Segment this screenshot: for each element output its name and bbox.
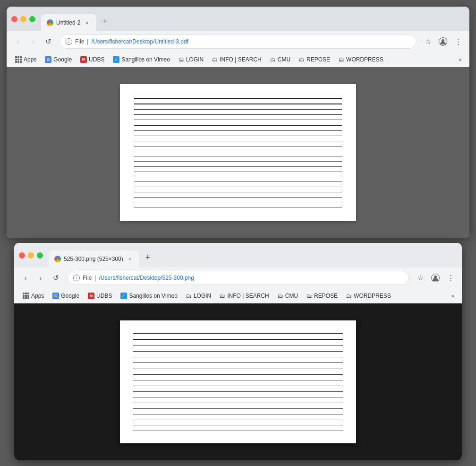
bottom-minimize-button[interactable] xyxy=(28,252,34,259)
png-line-11 xyxy=(133,391,343,392)
png-line-8 xyxy=(133,374,343,375)
top-active-tab[interactable]: Untitled-2 × xyxy=(41,14,96,31)
top-bookmark-vimeo-label: Sangillos on Vimeo xyxy=(121,56,170,63)
bottom-bookmark-vimeo[interactable]: ✓ Sangillos on Vimeo xyxy=(117,291,181,301)
top-bookmark-cmu-label: CMU xyxy=(278,56,290,63)
top-bookmark-login[interactable]: 🗂 LOGIN xyxy=(175,55,207,64)
top-bookmark-wordpress[interactable]: 🗂 WORDPRESS xyxy=(335,55,387,64)
top-toolbar: ‹ › ↺ i File | /Users/fishercat/Desktop/… xyxy=(7,31,469,52)
pdf-line-14 xyxy=(134,166,342,167)
pdf-line-21 xyxy=(134,202,342,202)
bottom-bookmark-apps-label: Apps xyxy=(31,293,44,299)
bottom-bookmark-login[interactable]: 🗂 LOGIN xyxy=(182,291,215,301)
png-line-3 xyxy=(133,345,343,346)
bottom-bookmark-cmu-label: CMU xyxy=(285,293,298,299)
top-address-file: File xyxy=(75,38,84,45)
png-line-10 xyxy=(133,386,343,386)
top-star-button[interactable]: ☆ xyxy=(421,35,434,48)
top-bookmark-repose[interactable]: 🗂 REPOSE xyxy=(295,55,334,64)
top-minimize-button[interactable] xyxy=(20,16,26,22)
bottom-account-button[interactable] xyxy=(429,271,442,285)
top-back-button[interactable]: ‹ xyxy=(11,35,25,48)
bottom-back-button[interactable]: ‹ xyxy=(19,271,32,285)
pdf-line-7 xyxy=(134,130,342,131)
bottom-window-controls xyxy=(19,252,43,259)
bottom-info-search-folder-icon: 🗂 xyxy=(220,293,225,299)
bottom-address-file: File xyxy=(83,275,92,281)
bottom-browser-window: 525-300.png (525×300) × + ‹ › ↺ i File |… xyxy=(14,243,462,460)
top-bookmark-google[interactable]: G Google xyxy=(41,55,76,64)
pdf-page xyxy=(120,84,356,221)
pdf-line-11 xyxy=(134,151,342,151)
bottom-login-folder-icon: 🗂 xyxy=(186,293,192,299)
pdf-line-4 xyxy=(134,114,342,115)
top-bookmark-cmu[interactable]: 🗂 CMU xyxy=(266,55,294,64)
bottom-bookmark-info-search[interactable]: 🗂 INFO | SEARCH xyxy=(216,291,272,301)
png-line-15 xyxy=(133,414,343,414)
bottom-bookmark-google-label: Google xyxy=(61,293,79,299)
bottom-reload-button[interactable]: ↺ xyxy=(49,271,62,285)
bottom-bookmark-info-search-label: INFO | SEARCH xyxy=(227,293,269,299)
top-address-bar[interactable]: i File | /Users/fishercat/Desktop/Untitl… xyxy=(60,35,416,49)
png-line-16 xyxy=(133,420,343,420)
pdf-line-6 xyxy=(134,125,342,126)
png-line-1 xyxy=(133,333,343,334)
bottom-more-button[interactable]: ⋮ xyxy=(444,271,457,285)
png-line-14 xyxy=(133,408,343,409)
top-title-bar: Untitled-2 × + xyxy=(7,7,469,31)
top-bookmark-apps[interactable]: Apps xyxy=(11,55,40,64)
top-maximize-button[interactable] xyxy=(29,16,35,22)
bottom-bookmark-wordpress-label: WORDPRESS xyxy=(354,293,391,299)
pdf-line-15 xyxy=(134,172,342,172)
bottom-bookmark-repose[interactable]: 🗂 REPOSE xyxy=(303,291,341,301)
bottom-google-icon: G xyxy=(52,293,59,299)
top-tab-close[interactable]: × xyxy=(83,19,91,26)
top-new-tab-button[interactable]: + xyxy=(98,15,111,28)
login-folder-icon: 🗂 xyxy=(178,56,184,63)
top-close-button[interactable] xyxy=(11,16,17,22)
bottom-wordpress-folder-icon: 🗂 xyxy=(346,293,352,299)
bottom-new-tab-button[interactable]: + xyxy=(141,251,154,264)
top-bookmark-udbs-label: UDBS xyxy=(89,56,104,63)
top-bookmarks-more[interactable]: » xyxy=(456,55,465,64)
bottom-bookmark-google[interactable]: G Google xyxy=(49,291,83,301)
bottom-close-button[interactable] xyxy=(19,252,25,259)
top-address-path: /Users/fishercat/Desktop/Untitled-3.pdf xyxy=(91,38,188,45)
top-forward-button[interactable]: › xyxy=(26,35,40,48)
top-bookmark-info-search[interactable]: 🗂 INFO | SEARCH xyxy=(208,55,265,64)
pdf-line-13 xyxy=(134,161,342,162)
bottom-address-path: /Users/fishercat/Desktop/525-300.png xyxy=(99,275,194,281)
top-bookmark-apps-label: Apps xyxy=(24,56,36,63)
top-bookmark-udbs[interactable]: M UDBS xyxy=(76,55,108,64)
bottom-bookmarks-more[interactable]: » xyxy=(448,291,457,301)
top-bookmark-vimeo[interactable]: ✓ Sangillos on Vimeo xyxy=(109,55,174,64)
pdf-line-12 xyxy=(134,156,342,156)
bottom-star-button[interactable]: ☆ xyxy=(414,271,427,285)
bottom-bookmark-wordpress[interactable]: 🗂 WORDPRESS xyxy=(342,291,395,301)
png-line-6 xyxy=(133,362,343,363)
png-line-5 xyxy=(133,357,343,357)
bottom-bookmark-udbs-label: UDBS xyxy=(96,293,112,299)
bottom-maximize-button[interactable] xyxy=(37,252,43,259)
bottom-tabs-area: 525-300.png (525×300) × + xyxy=(49,243,457,268)
top-tab-label: Untitled-2 xyxy=(56,19,80,26)
bottom-apps-icon xyxy=(23,293,29,299)
pdf-line-17 xyxy=(134,181,342,182)
top-tabs-area: Untitled-2 × + xyxy=(41,7,465,31)
bottom-active-tab[interactable]: 525-300.png (525×300) × xyxy=(49,250,139,268)
bottom-tab-close[interactable]: × xyxy=(126,255,134,263)
bottom-bookmark-cmu[interactable]: 🗂 CMU xyxy=(274,291,302,301)
top-account-button[interactable] xyxy=(436,35,450,48)
top-reload-button[interactable]: ↺ xyxy=(42,35,55,48)
cmu-folder-icon: 🗂 xyxy=(270,56,276,63)
png-line-17 xyxy=(133,425,343,425)
top-more-button[interactable]: ⋮ xyxy=(451,35,465,48)
bottom-info-icon: i xyxy=(73,275,80,281)
info-search-folder-icon: 🗂 xyxy=(212,56,218,63)
bottom-repose-folder-icon: 🗂 xyxy=(306,293,312,299)
bottom-address-bar[interactable]: i File | /Users/fishercat/Desktop/525-30… xyxy=(67,271,409,285)
bottom-bookmark-apps[interactable]: Apps xyxy=(19,291,48,301)
bottom-bookmark-udbs[interactable]: M UDBS xyxy=(84,291,116,301)
bottom-forward-button[interactable]: › xyxy=(34,271,47,285)
png-line-4 xyxy=(133,351,343,352)
